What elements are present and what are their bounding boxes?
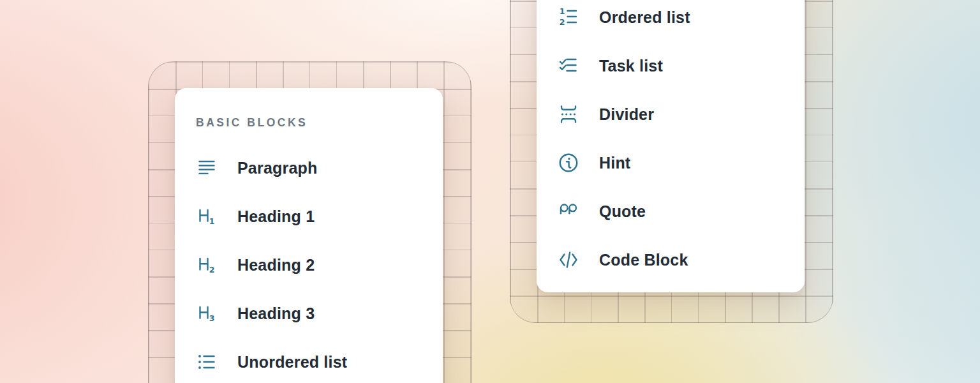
menu-item-heading-3[interactable]: 3Heading 3: [175, 289, 443, 338]
heading-1-icon: 1: [196, 206, 218, 227]
menu-item-label: Paragraph: [237, 159, 317, 177]
editor-blocks-illustration: BASIC BLOCKS Paragraph1Heading 12Heading…: [0, 0, 980, 383]
heading-3-icon: 3: [196, 303, 218, 324]
menu-item-unordered-list[interactable]: Unordered list: [175, 338, 443, 383]
svg-text:2: 2: [209, 265, 215, 274]
svg-text:2: 2: [560, 17, 565, 27]
ordered-list-icon: 12: [558, 6, 579, 28]
divider-icon: [558, 103, 579, 125]
menu-item-label: Heading 2: [237, 256, 315, 274]
menu-item-label: Hint: [599, 154, 630, 172]
code-block-icon: [558, 249, 579, 271]
menu-item-label: Heading 1: [237, 207, 315, 226]
menu-item-paragraph[interactable]: Paragraph: [175, 144, 443, 192]
basic-blocks-header: BASIC BLOCKS: [196, 114, 443, 131]
svg-text:3: 3: [209, 313, 215, 323]
menu-item-divider[interactable]: Divider: [537, 90, 805, 139]
paragraph-icon: [196, 157, 218, 179]
quote-icon: [558, 200, 579, 222]
menu-item-label: Heading 3: [237, 304, 315, 323]
svg-text:1: 1: [560, 6, 565, 16]
heading-2-icon: 2: [196, 254, 218, 276]
menu-item-ordered-list[interactable]: 12Ordered list: [537, 0, 805, 41]
hint-icon: [558, 152, 579, 174]
menu-item-label: Quote: [599, 202, 646, 221]
menu-item-label: Ordered list: [599, 8, 690, 27]
advanced-blocks-list: 12Ordered listTask listDividerHintQuoteC…: [537, 0, 805, 284]
menu-item-task-list[interactable]: Task list: [537, 41, 805, 90]
menu-item-label: Divider: [599, 105, 654, 124]
menu-item-heading-2[interactable]: 2Heading 2: [175, 241, 443, 289]
menu-item-label: Task list: [599, 57, 663, 75]
menu-item-label: Code Block: [599, 251, 688, 269]
menu-item-heading-1[interactable]: 1Heading 1: [175, 192, 443, 241]
basic-blocks-menu: BASIC BLOCKS Paragraph1Heading 12Heading…: [175, 88, 443, 383]
svg-text:1: 1: [209, 216, 215, 226]
basic-blocks-list: Paragraph1Heading 12Heading 23Heading 3U…: [175, 144, 443, 383]
advanced-blocks-menu: 12Ordered listTask listDividerHintQuoteC…: [537, 0, 805, 292]
unordered-list-icon: [196, 351, 218, 373]
task-list-icon: [558, 55, 579, 77]
menu-item-quote[interactable]: Quote: [537, 187, 805, 236]
menu-item-label: Unordered list: [237, 353, 347, 372]
menu-item-code-block[interactable]: Code Block: [537, 236, 805, 284]
menu-item-hint[interactable]: Hint: [537, 139, 805, 187]
